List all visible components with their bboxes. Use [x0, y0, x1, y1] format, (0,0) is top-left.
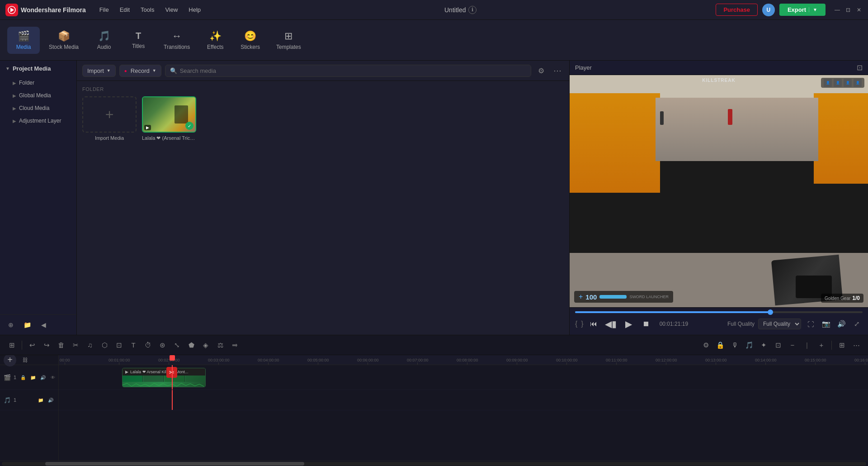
toolbar-transitions[interactable]: ↔ Transitions	[156, 27, 197, 54]
text-button[interactable]: T	[127, 339, 140, 352]
timeline-minus-button[interactable]: −	[786, 339, 799, 352]
sidebar-item-adjustment-layer[interactable]: ▶ Adjustment Layer	[0, 114, 76, 127]
more-options-button[interactable]: ⋯	[551, 64, 564, 77]
export-button[interactable]: Export ▼	[779, 4, 826, 16]
close-button[interactable]: ✕	[855, 6, 863, 14]
timeline-music-button[interactable]: 🎵	[743, 339, 755, 352]
audio-detach-button[interactable]: ♫	[84, 339, 96, 352]
crop-button[interactable]: ⛶	[805, 318, 816, 330]
app-name: Wondershare Filmora	[21, 6, 86, 14]
menu-help[interactable]: Help	[184, 5, 205, 15]
sidebar-item-folder[interactable]: ▶ Folder	[0, 76, 76, 89]
progress-thumb	[768, 309, 773, 315]
maximize-button[interactable]: ⊡	[844, 6, 852, 14]
timeline-subtitle-button[interactable]: ⊡	[772, 339, 784, 352]
stock-media-label: Stock Media	[49, 44, 79, 50]
clip-video-icon: ▶	[125, 370, 128, 374]
import-plus-icon: +	[105, 106, 114, 123]
toolbar-stock-media[interactable]: 📦 Stock Media	[42, 27, 86, 54]
chroma-button[interactable]: ◈	[199, 339, 212, 352]
timeline-add-button[interactable]: +	[815, 339, 828, 352]
menu-view[interactable]: View	[160, 5, 182, 15]
add-to-timeline-button[interactable]: +	[4, 355, 16, 366]
ruler-mark-16: 00:16:00:00	[854, 358, 868, 365]
track-eye-button[interactable]: 👁	[49, 373, 57, 381]
record-dropdown[interactable]: ● Record ▼	[119, 65, 161, 77]
menu-edit[interactable]: Edit	[115, 5, 134, 15]
avatar[interactable]: U	[762, 4, 775, 16]
transform-button[interactable]: ⊛	[156, 339, 169, 352]
play-forward-button[interactable]: ▶	[622, 317, 636, 331]
stop-button[interactable]: ⏹	[640, 318, 652, 330]
player-header: Player ⊡	[570, 61, 868, 75]
track-volume-button[interactable]: 🔊	[39, 373, 47, 381]
redo-button[interactable]: ↪	[40, 339, 53, 352]
toolbar-titles[interactable]: T Titles	[122, 27, 155, 53]
video-media-item[interactable]: ▶ ✓ Lalala ❤ (Arsenal Trick...	[142, 96, 196, 141]
menu-file[interactable]: File	[95, 5, 113, 15]
menu-tools[interactable]: Tools	[136, 5, 159, 15]
audio-track-volume-button[interactable]: 🔊	[47, 396, 55, 404]
timeline-clip[interactable]: ▶ Lalala ❤ Arsenal Killshot Mont...	[122, 368, 206, 387]
sidebar-item-global-media[interactable]: ▶ Global Media	[0, 89, 76, 102]
toolbar-media[interactable]: 🎬 Media	[7, 27, 40, 54]
filter-button[interactable]: ⚙	[535, 64, 547, 77]
snapshot-button[interactable]: 📷	[820, 318, 832, 330]
search-input[interactable]	[180, 67, 526, 74]
chain-icon[interactable]: ⛓	[19, 355, 32, 366]
bracket-left-icon: {	[575, 320, 577, 328]
scale-button[interactable]: ⤡	[170, 339, 183, 352]
player-screen: 👤 👤 👤 👤 Killstreak + 100 Sword Launcher	[570, 75, 868, 307]
video-media-label: Lalala ❤ (Arsenal Trick...	[142, 135, 196, 141]
toolbar-templates[interactable]: ⊞ Templates	[269, 27, 308, 54]
purchase-button[interactable]: Purchase	[716, 4, 758, 16]
import-dropdown[interactable]: Import ▼	[82, 65, 116, 77]
toolbar-effects[interactable]: ✨ Effects	[199, 27, 231, 54]
player-screenshot-icon[interactable]: ⊡	[857, 63, 863, 72]
toolbar: 🎬 Media 📦 Stock Media 🎵 Audio T Titles ↔…	[0, 20, 868, 61]
motion-btn[interactable]: ⥤	[228, 339, 241, 352]
ruler-mark-03: 00:03:00:00	[208, 358, 230, 365]
audio-track-folder-button[interactable]: 📁	[37, 396, 45, 404]
toolbar-audio[interactable]: 🎵 Audio	[88, 27, 120, 54]
fullscreen-button[interactable]: ⤢	[851, 318, 863, 330]
timeline-fx-button[interactable]: ✦	[757, 339, 770, 352]
player-right-controls: Full Quality Full Quality ⛶ 📷 🔊 ⤢	[727, 318, 863, 330]
track-lock-button[interactable]: 🔒	[19, 373, 27, 381]
import-media-item[interactable]: + Import Media	[82, 96, 137, 141]
timeline-lock-button[interactable]: 🔒	[714, 339, 726, 352]
adjustment-button[interactable]: ⚖	[214, 339, 226, 352]
player-progress-bar[interactable]	[575, 311, 863, 313]
clip-connect-button[interactable]: ⬡	[98, 339, 111, 352]
sidebar-item-cloud-media[interactable]: ▶ Cloud Media	[0, 102, 76, 114]
crop-timeline-button[interactable]: ⊡	[113, 339, 125, 352]
collapse-panel-button[interactable]: ◀	[37, 319, 50, 331]
quality-select[interactable]: Full Quality	[758, 319, 801, 329]
add-folder-button[interactable]: ⊕	[5, 319, 17, 331]
cut-button[interactable]: ✂	[69, 339, 82, 352]
timeline-grid-button[interactable]: ⊞	[5, 339, 18, 352]
timeline-mic-button[interactable]: 🎙	[728, 339, 741, 352]
folder-button[interactable]: 📁	[21, 319, 33, 331]
timeline-more-button[interactable]: ⋯	[850, 339, 863, 352]
skip-back-button[interactable]: ⏮	[587, 318, 600, 330]
minimize-button[interactable]: —	[834, 6, 841, 14]
media-grid: + Import Media ▶ ✓ Lalala ❤ (Arsenal Tri…	[82, 96, 564, 141]
timeline-snap-button[interactable]: ⚙	[699, 339, 712, 352]
timeline-grid-toggle[interactable]: ⊞	[835, 339, 848, 352]
track-folder-button[interactable]: 📁	[29, 373, 37, 381]
undo-button[interactable]: ↩	[26, 339, 38, 352]
ruler-mark-15: 00:15:00:00	[805, 358, 826, 365]
playhead-top	[170, 355, 175, 361]
delete-button[interactable]: 🗑	[55, 339, 67, 352]
app-logo-icon	[5, 4, 18, 16]
video-track-icon: 🎬	[4, 374, 11, 381]
project-media-header[interactable]: ▼ Project Media	[0, 61, 76, 76]
play-back-button[interactable]: ◀▮	[604, 317, 618, 331]
mask-button[interactable]: ⬟	[185, 339, 198, 352]
project-info-icon[interactable]: ℹ	[468, 6, 476, 14]
toolbar-stickers[interactable]: 😊 Stickers	[233, 27, 267, 54]
timeline-scrollbar[interactable]	[2, 462, 866, 466]
speed-button[interactable]: ⏱	[142, 339, 154, 352]
volume-button[interactable]: 🔊	[835, 318, 847, 330]
